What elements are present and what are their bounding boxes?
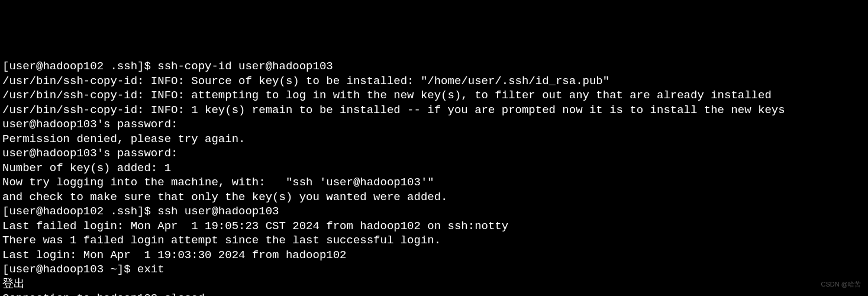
terminal-output[interactable]: [user@hadoop102 .ssh]$ ssh-copy-id user@… [2, 59, 866, 296]
terminal-line: /usr/bin/ssh-copy-id: INFO: attempting t… [2, 88, 866, 103]
terminal-line: 登出 [2, 277, 866, 292]
terminal-line: Number of key(s) added: 1 [2, 161, 866, 176]
terminal-line: [user@hadoop102 .ssh]$ ssh-copy-id user@… [2, 59, 866, 74]
terminal-line: Permission denied, please try again. [2, 132, 866, 147]
terminal-line: and check to make sure that only the key… [2, 190, 866, 205]
terminal-line: /usr/bin/ssh-copy-id: INFO: 1 key(s) rem… [2, 103, 866, 118]
terminal-line: [user@hadoop102 .ssh]$ ssh user@hadoop10… [2, 204, 866, 219]
terminal-line: user@hadoop103's password: [2, 146, 866, 161]
terminal-line: user@hadoop103's password: [2, 117, 866, 132]
terminal-line: Last failed login: Mon Apr 1 19:05:23 CS… [2, 219, 866, 234]
terminal-line: Now try logging into the machine, with: … [2, 175, 866, 190]
terminal-line: There was 1 failed login attempt since t… [2, 233, 866, 248]
terminal-line: /usr/bin/ssh-copy-id: INFO: Source of ke… [2, 74, 866, 89]
terminal-line: Connection to hadoop103 closed. [2, 291, 866, 296]
terminal-line: [user@hadoop103 ~]$ exit [2, 262, 866, 277]
watermark-text: CSDN @哈苦 [821, 277, 861, 292]
terminal-line: Last login: Mon Apr 1 19:03:30 2024 from… [2, 248, 866, 263]
